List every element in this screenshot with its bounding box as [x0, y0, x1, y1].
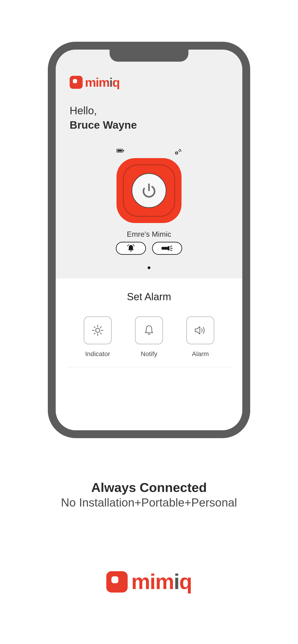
power-icon: [141, 182, 157, 199]
greeting: Hello, Bruce Wayne: [70, 104, 228, 132]
phone-notch: [110, 49, 188, 62]
alarm-option-alarm[interactable]: Alarm: [186, 316, 214, 358]
footer-brand-logo: mimiq: [106, 570, 192, 594]
speaker-icon: [194, 325, 207, 336]
power-button[interactable]: [117, 158, 181, 223]
footer-logo-mark-icon: [106, 571, 128, 592]
svg-line-10: [170, 246, 172, 247]
svg-line-19: [100, 327, 101, 328]
home-top-section: mimiq Hello, Bruce Wayne: [56, 50, 242, 278]
alarm-option-indicator[interactable]: Indicator: [84, 316, 112, 358]
light-button[interactable]: [152, 242, 182, 255]
svg-point-12: [96, 328, 100, 332]
alarm-option-notify[interactable]: Notify: [135, 316, 163, 358]
power-button-inner: [132, 173, 166, 208]
svg-line-18: [100, 333, 101, 334]
brand-logo-mark-icon: [70, 76, 83, 89]
alarm-label-notify: Notify: [141, 350, 157, 358]
svg-rect-7: [162, 247, 168, 250]
svg-line-17: [94, 327, 95, 328]
footer-logo-text: mimiq: [131, 570, 192, 594]
flashlight-icon: [161, 244, 174, 252]
section-title: Set Alarm: [67, 291, 231, 302]
svg-line-20: [94, 333, 95, 334]
svg-rect-2: [123, 150, 124, 152]
battery-icon: [117, 148, 124, 156]
pager-dot: [148, 266, 150, 269]
svg-rect-1: [117, 150, 122, 152]
sun-icon: [91, 324, 104, 336]
device-area: Emre's Mimic: [70, 148, 228, 269]
marketing-subline: No Installation+Portable+Personal: [61, 496, 237, 509]
svg-point-4: [176, 152, 177, 154]
svg-line-11: [170, 250, 172, 251]
alarm-label-indicator: Indicator: [85, 350, 110, 358]
svg-rect-8: [168, 246, 169, 250]
bell-icon: [143, 324, 155, 336]
alarm-label-alarm: Alarm: [192, 350, 209, 358]
brand-logo-text: mimiq: [85, 75, 120, 90]
svg-point-5: [141, 184, 157, 199]
brand-logo: mimiq: [70, 75, 228, 90]
signal-icon: [175, 148, 181, 156]
marketing-block: Always Connected No Installation+Portabl…: [61, 480, 237, 509]
ring-button[interactable]: [116, 242, 146, 255]
bell-icon: [126, 244, 136, 253]
greeting-hello: Hello,: [70, 104, 97, 116]
marketing-headline: Always Connected: [61, 480, 237, 495]
phone-frame: mimiq Hello, Bruce Wayne: [48, 42, 250, 438]
greeting-name: Bruce Wayne: [70, 119, 137, 131]
device-name: Emre's Mimic: [127, 230, 171, 238]
alarm-section: Set Alarm: [56, 278, 242, 430]
